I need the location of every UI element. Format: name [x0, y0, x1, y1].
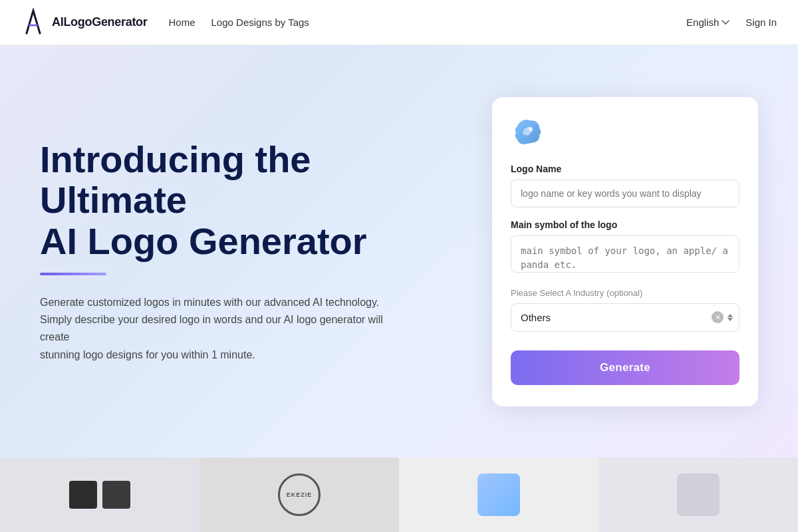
select-controls: ✕: [712, 311, 733, 323]
hero-title-line1: Introducing the: [40, 138, 311, 180]
logo-name-label: Logo Name: [511, 164, 739, 174]
industry-select-wrapper: Others Technology Finance Healthcare Edu…: [511, 303, 739, 332]
language-button[interactable]: English: [686, 17, 730, 28]
brand-logo-icon: [21, 8, 45, 37]
hero-divider: [40, 273, 106, 275]
industry-label: Please Select A Industry (optional): [511, 287, 739, 298]
nav-link-tags[interactable]: Logo Designs by Tags: [211, 17, 309, 28]
hero-section: Introducing the Ultimate AI Logo Generat…: [0, 45, 798, 458]
logo-sample-4: [598, 458, 798, 532]
select-chevron-icon: [728, 314, 733, 321]
hero-title-line3: AI Logo Generator: [40, 220, 367, 262]
hero-title: Introducing the Ultimate AI Logo Generat…: [40, 139, 466, 262]
nav-links: Home Logo Designs by Tags: [169, 17, 309, 28]
generate-button[interactable]: Generate: [511, 350, 739, 385]
signin-button[interactable]: Sign In: [745, 17, 777, 28]
hero-title-line2: Ultimate: [40, 179, 187, 221]
language-label: English: [686, 17, 719, 28]
logo-name-input[interactable]: [511, 180, 739, 207]
navbar: AILogoGenerator Home Logo Designs by Tag…: [0, 0, 798, 45]
generator-card: Logo Name Main symbol of the logo Please…: [492, 97, 758, 406]
chevron-down-icon: [722, 20, 730, 25]
logo-samples-strip: EKEZIE: [0, 458, 798, 532]
hero-right: Logo Name Main symbol of the logo Please…: [492, 97, 758, 406]
hero-left: Introducing the Ultimate AI Logo Generat…: [40, 139, 492, 364]
industry-select[interactable]: Others Technology Finance Healthcare Edu…: [511, 303, 739, 332]
card-logo-icon: [511, 116, 543, 148]
logo-sample-1: [0, 458, 200, 532]
logo-sample-3: [399, 458, 598, 532]
svg-point-0: [529, 127, 533, 131]
nav-right: English Sign In: [686, 17, 777, 28]
hero-description: Generate customized logos in minutes wit…: [40, 294, 412, 364]
logo-sample-2: EKEZIE: [200, 458, 399, 532]
logo-area[interactable]: AILogoGenerator: [21, 8, 148, 37]
brand-name: AILogoGenerator: [52, 15, 148, 29]
main-symbol-label: Main symbol of the logo: [511, 219, 739, 230]
nav-link-home[interactable]: Home: [169, 17, 196, 28]
select-clear-button[interactable]: ✕: [712, 311, 724, 323]
main-symbol-input[interactable]: [511, 235, 739, 273]
